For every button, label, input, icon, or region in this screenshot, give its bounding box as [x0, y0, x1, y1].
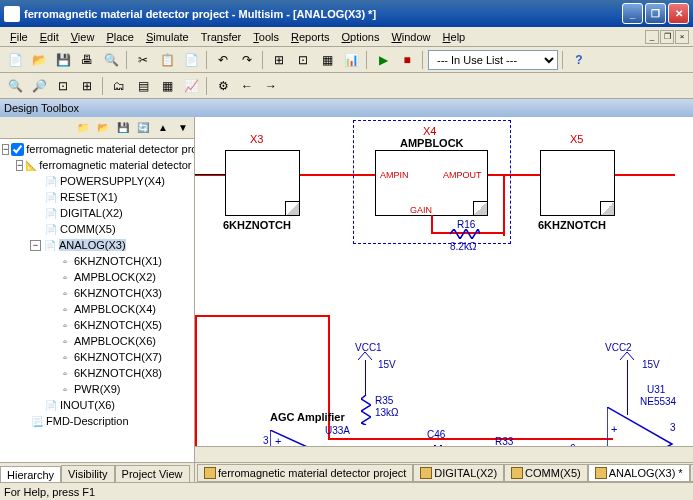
tool-4[interactable]: 📊 — [340, 49, 362, 71]
resistor-r16[interactable] — [450, 229, 480, 239]
tree-item[interactable]: 6KHZNOTCH(X1) — [74, 255, 162, 267]
vcc2-icon — [620, 352, 634, 362]
doc-tab[interactable]: DIGITAL(X2) — [413, 464, 504, 482]
tree-item[interactable]: 6KHZNOTCH(X5) — [74, 319, 162, 331]
tool-3[interactable]: ▦ — [316, 49, 338, 71]
tree-item[interactable]: AMPBLOCK(X2) — [74, 271, 156, 283]
print-button[interactable]: 🖶 — [76, 49, 98, 71]
block-x3[interactable] — [225, 150, 300, 216]
save-icon[interactable]: 💾 — [114, 119, 132, 137]
undo-button[interactable]: ↶ — [212, 49, 234, 71]
zoom-area-button[interactable]: ⊞ — [76, 75, 98, 97]
cut-button[interactable]: ✂ — [132, 49, 154, 71]
down-icon[interactable]: ▼ — [174, 119, 192, 137]
tree-item-analog[interactable]: ANALOG(X3) — [59, 239, 126, 251]
label-r16: R16 — [457, 219, 475, 230]
mdi-close[interactable]: × — [675, 30, 689, 44]
tree-item[interactable]: 6KHZNOTCH(X7) — [74, 351, 162, 363]
menu-edit[interactable]: Edit — [34, 29, 65, 45]
close-button[interactable]: ✕ — [668, 3, 689, 24]
paste-button[interactable]: 📄 — [180, 49, 202, 71]
in-use-list[interactable]: --- In Use List --- — [428, 50, 558, 70]
tree-item[interactable]: AMPBLOCK(X6) — [74, 335, 156, 347]
minimize-button[interactable]: _ — [622, 3, 643, 24]
tree-item[interactable]: PWR(X9) — [74, 383, 120, 395]
back-button[interactable]: ← — [236, 75, 258, 97]
redo-button[interactable]: ↷ — [236, 49, 258, 71]
expand-icon[interactable]: − — [2, 144, 9, 155]
open-icon[interactable]: 📂 — [94, 119, 112, 137]
tree-item[interactable]: FMD-Description — [46, 415, 129, 427]
tree-item[interactable]: DIGITAL(X2) — [60, 207, 123, 219]
tab-hierarchy[interactable]: Hierarchy — [0, 466, 61, 482]
up-icon[interactable]: ▲ — [154, 119, 172, 137]
doc-tab[interactable]: COMM(X5) — [504, 464, 588, 482]
expand-icon[interactable]: − — [30, 240, 41, 251]
tree-item[interactable]: 6KHZNOTCH(X8) — [74, 367, 162, 379]
menu-reports[interactable]: Reports — [285, 29, 336, 45]
copy-button[interactable]: 📋 — [156, 49, 178, 71]
doc-tab-active[interactable]: ANALOG(X3) * — [588, 464, 690, 482]
menu-help[interactable]: Help — [437, 29, 472, 45]
database-button[interactable]: ▦ — [156, 75, 178, 97]
sheet-icon: 📄 — [43, 238, 57, 252]
grapher-button[interactable]: 📈 — [180, 75, 202, 97]
zoom-out-button[interactable]: 🔎 — [28, 75, 50, 97]
tree-item[interactable]: AMPBLOCK(X4) — [74, 303, 156, 315]
spreadsheet-button[interactable]: ▤ — [132, 75, 154, 97]
tool-1[interactable]: ⊞ — [268, 49, 290, 71]
menu-window[interactable]: Window — [385, 29, 436, 45]
refresh-icon[interactable]: 🔄 — [134, 119, 152, 137]
sheet-icon: 📄 — [44, 174, 58, 188]
svg-line-1 — [365, 352, 372, 360]
project-tree[interactable]: −ferromagnetic material detector project… — [0, 139, 194, 462]
run-button[interactable]: ▶ — [372, 49, 394, 71]
tree-item[interactable]: 6KHZNOTCH(X3) — [74, 287, 162, 299]
zoom-fit-button[interactable]: ⊡ — [52, 75, 74, 97]
preview-button[interactable]: 🔍 — [100, 49, 122, 71]
resistor-r35[interactable] — [361, 395, 371, 425]
open-button[interactable]: 📂 — [28, 49, 50, 71]
schematic-canvas[interactable]: X3 6KHZNOTCH X4 AMPBLOCK AMPIN AMPOUT GA… — [195, 117, 693, 462]
label-r35: R35 — [375, 395, 393, 406]
menu-transfer[interactable]: Transfer — [195, 29, 248, 45]
menu-simulate[interactable]: Simulate — [140, 29, 195, 45]
tab-project-view[interactable]: Project View — [115, 465, 190, 482]
block-x5[interactable] — [540, 150, 615, 216]
new-folder-icon[interactable]: 📁 — [74, 119, 92, 137]
label-vcc1-val: 15V — [378, 359, 396, 370]
tab-visibility[interactable]: Visibility — [61, 465, 115, 482]
maximize-button[interactable]: ❐ — [645, 3, 666, 24]
menu-place[interactable]: Place — [100, 29, 140, 45]
component-button[interactable]: ⚙ — [212, 75, 234, 97]
help-button[interactable]: ? — [568, 49, 590, 71]
horizontal-scrollbar[interactable] — [195, 446, 693, 462]
tool-2[interactable]: ⊡ — [292, 49, 314, 71]
tree-item[interactable]: COMM(X5) — [60, 223, 116, 235]
tree-project[interactable]: ferromagnetic material detector project — [39, 159, 194, 171]
tree-item[interactable]: POWERSUPPLY(X4) — [60, 175, 165, 187]
doc-tab[interactable]: AMPBLOCK(X2) — [690, 464, 693, 482]
block-icon: ▫ — [58, 382, 72, 396]
expand-icon[interactable]: − — [16, 160, 23, 171]
tree-item[interactable]: INOUT(X6) — [60, 399, 115, 411]
forward-button[interactable]: → — [260, 75, 282, 97]
block-icon: ▫ — [58, 286, 72, 300]
mdi-minimize[interactable]: _ — [645, 30, 659, 44]
design-toolbox-button[interactable]: 🗂 — [108, 75, 130, 97]
vcc1-icon — [358, 352, 372, 362]
tree-root[interactable]: ferromagnetic material detector project — [26, 143, 194, 155]
doc-tab[interactable]: ferromagnetic material detector project — [197, 464, 413, 482]
menu-view[interactable]: View — [65, 29, 101, 45]
menu-file[interactable]: File — [4, 29, 34, 45]
zoom-in-button[interactable]: 🔍 — [4, 75, 26, 97]
mdi-restore[interactable]: ❐ — [660, 30, 674, 44]
stop-button[interactable]: ■ — [396, 49, 418, 71]
label-u33a: U33A — [325, 425, 350, 436]
save-button[interactable]: 💾 — [52, 49, 74, 71]
tree-item[interactable]: RESET(X1) — [60, 191, 117, 203]
menu-tools[interactable]: Tools — [247, 29, 285, 45]
new-button[interactable]: 📄 — [4, 49, 26, 71]
menu-options[interactable]: Options — [336, 29, 386, 45]
project-checkbox[interactable] — [11, 143, 24, 156]
